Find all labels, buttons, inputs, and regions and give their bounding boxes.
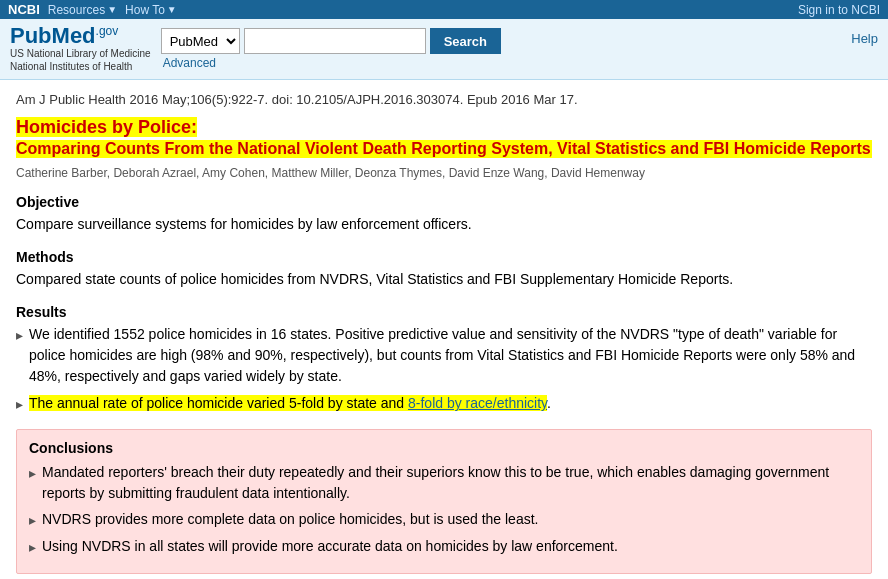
search-database-select[interactable]: PubMed — [161, 28, 240, 54]
pubmed-subtitle: US National Library of Medicine National… — [10, 47, 151, 73]
methods-heading: Methods — [16, 249, 872, 265]
results-item-1-text: We identified 1552 police homicides in 1… — [29, 324, 872, 387]
authors: Catherine Barber, Deborah Azrael, Amy Co… — [16, 166, 872, 180]
advanced-search-link[interactable]: Advanced — [163, 56, 216, 70]
pubmed-logo: PubMed.gov — [10, 25, 151, 47]
conclusions-section: Conclusions Mandated reporters' breach t… — [16, 429, 872, 574]
results-item-1: We identified 1552 police homicides in 1… — [16, 324, 872, 387]
results-period: . — [547, 395, 551, 411]
conclusions-item-2: NVDRS provides more complete data on pol… — [29, 509, 859, 531]
conclusions-item-3: Using NVDRS in all states will provide m… — [29, 536, 859, 558]
results-item-2-content: The annual rate of police homicide varie… — [29, 393, 551, 415]
article-title-block: Homicides by Police: Comparing Counts Fr… — [16, 117, 872, 158]
help-link[interactable]: Help — [851, 25, 878, 46]
howto-chevron-icon: ▼ — [167, 4, 177, 15]
race-ethnicity-link[interactable]: 8-fold by race/ethnicity — [408, 395, 547, 411]
search-input[interactable] — [244, 28, 426, 54]
header-bar: PubMed.gov US National Library of Medici… — [0, 19, 888, 80]
conclusions-item-2-text: NVDRS provides more complete data on pol… — [42, 509, 538, 531]
objective-body: Compare surveillance systems for homicid… — [16, 214, 872, 235]
results-section: Results We identified 1552 police homici… — [16, 304, 872, 415]
resources-link[interactable]: Resources ▼ — [48, 3, 117, 17]
conclusions-item-1-text: Mandated reporters' breach their duty re… — [42, 462, 859, 504]
methods-body: Compared state counts of police homicide… — [16, 269, 872, 290]
search-button[interactable]: Search — [430, 28, 501, 54]
citation-reference: Am J Public Health 2016 May;106(5):922-7… — [16, 92, 872, 107]
resources-chevron-icon: ▼ — [107, 4, 117, 15]
pubmed-logo-area: PubMed.gov US National Library of Medici… — [10, 25, 151, 73]
search-area: PubMed Search Advanced — [161, 28, 501, 70]
search-row: PubMed Search — [161, 28, 501, 54]
objective-heading: Objective — [16, 194, 872, 210]
top-navigation: NCBI Resources ▼ How To ▼ Sign in to NCB… — [0, 0, 888, 19]
signin-link[interactable]: Sign in to NCBI — [798, 3, 880, 17]
conclusions-heading: Conclusions — [29, 440, 859, 456]
results-item-2: The annual rate of police homicide varie… — [16, 393, 872, 415]
results-heading: Results — [16, 304, 872, 320]
article-title-part2: Comparing Counts From the National Viole… — [16, 140, 872, 158]
conclusions-item-3-text: Using NVDRS in all states will provide m… — [42, 536, 618, 558]
article-title-part1: Homicides by Police: — [16, 117, 197, 137]
results-highlight-text: The annual rate of police homicide varie… — [29, 395, 547, 411]
conclusions-item-1: Mandated reporters' breach their duty re… — [29, 462, 859, 504]
results-list: We identified 1552 police homicides in 1… — [16, 324, 872, 415]
main-content: Am J Public Health 2016 May;106(5):922-7… — [0, 80, 888, 579]
ncbi-logo: NCBI — [8, 2, 40, 17]
howto-link[interactable]: How To ▼ — [125, 3, 177, 17]
conclusions-list: Mandated reporters' breach their duty re… — [29, 462, 859, 558]
